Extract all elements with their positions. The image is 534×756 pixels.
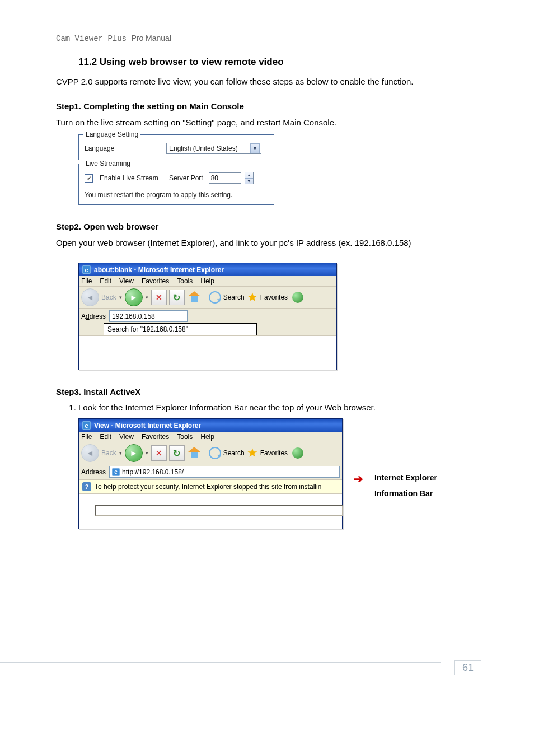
step3-list: Look for the Internet Explorer Informati… bbox=[56, 400, 478, 415]
ie-titlebar: e View - Microsoft Internet Explorer bbox=[79, 419, 342, 432]
refresh-button[interactable]: ↻ bbox=[169, 290, 185, 305]
ie-title: about:blank - Microsoft Internet Explore… bbox=[94, 266, 224, 274]
information-bar-callout: Internet Explorer Information Bar bbox=[374, 470, 478, 501]
ie-window-step2: e about:blank - Microsoft Internet Explo… bbox=[78, 263, 337, 370]
step2-body: Open your web browser (Internet Explorer… bbox=[56, 235, 478, 251]
step1-heading: Step1. Completing the setting on Main Co… bbox=[56, 101, 478, 111]
enable-live-stream-label: Enable Live Stream bbox=[100, 174, 166, 182]
header-suffix: Pro Manual bbox=[131, 34, 171, 43]
language-legend: Language Setting bbox=[83, 130, 140, 138]
menu-favorites[interactable]: Favorites bbox=[142, 433, 169, 441]
home-icon bbox=[188, 448, 200, 458]
live-stream-legend: Live Streaming bbox=[83, 160, 133, 167]
footer-rule bbox=[0, 662, 441, 663]
language-setting-group: Language Setting Language English (Unite… bbox=[78, 134, 274, 160]
back-button[interactable]: ◄ bbox=[81, 444, 99, 462]
server-port-input[interactable] bbox=[209, 172, 241, 184]
page-header: Cam Viewer Plus Pro Manual bbox=[56, 34, 478, 43]
header-prefix: Cam Viewer Plus bbox=[56, 34, 131, 43]
favorites-label[interactable]: Favorites bbox=[260, 449, 288, 457]
back-label: Back bbox=[101, 449, 116, 457]
home-icon bbox=[188, 292, 200, 302]
menu-file[interactable]: File bbox=[81, 433, 92, 441]
live-streaming-group: Live Streaming ✓ Enable Live Stream Serv… bbox=[78, 164, 274, 205]
refresh-icon: ↻ bbox=[173, 448, 180, 459]
menu-edit[interactable]: Edit bbox=[100, 433, 111, 441]
address-input[interactable]: e http://192.168.0.158/ bbox=[109, 466, 340, 478]
address-bar: Address e http://192.168.0.158/ bbox=[79, 464, 342, 480]
suggestion-text: Search for "192.168.0.158" bbox=[107, 325, 188, 333]
menu-view[interactable]: View bbox=[119, 277, 134, 285]
favorites-star-icon: ★ bbox=[247, 447, 258, 459]
search-icon bbox=[209, 447, 221, 459]
menu-edit[interactable]: Edit bbox=[100, 277, 111, 285]
address-suggestion[interactable]: Search for "192.168.0.158" bbox=[104, 323, 257, 335]
infobar-text: To help protect your security, Internet … bbox=[95, 483, 321, 491]
step3-heading: Step3. Install ActiveX bbox=[56, 387, 478, 396]
address-value: http://192.168.0.158/ bbox=[122, 468, 184, 476]
ie-titlebar: e about:blank - Microsoft Internet Explo… bbox=[79, 263, 336, 276]
ie-menubar: File Edit View Favorites Tools Help bbox=[79, 432, 342, 442]
address-label: Address bbox=[81, 312, 106, 320]
home-button[interactable] bbox=[187, 290, 202, 305]
search-label[interactable]: Search bbox=[223, 293, 245, 301]
forward-button[interactable]: ► bbox=[125, 288, 143, 306]
stop-button[interactable]: ✕ bbox=[151, 290, 167, 305]
back-button[interactable]: ◄ bbox=[81, 288, 99, 306]
restart-note: You must restart the program to apply th… bbox=[85, 191, 269, 199]
language-combo[interactable]: English (United States) ▼ bbox=[166, 143, 261, 154]
menu-view[interactable]: View bbox=[119, 433, 134, 441]
refresh-icon: ↻ bbox=[173, 292, 180, 303]
ie-toolbar: ◄ Back ▾ ► ▾ ✕ ↻ Search ★ Favorites bbox=[79, 287, 336, 309]
back-label: Back bbox=[101, 293, 116, 301]
ie-logo-icon: e bbox=[82, 265, 91, 274]
dropdown-arrow-icon: ▼ bbox=[250, 143, 260, 153]
toolbar-separator bbox=[205, 446, 205, 460]
refresh-button[interactable]: ↻ bbox=[169, 445, 185, 461]
callout-arrow-icon: ➔ bbox=[354, 472, 363, 486]
forward-dropdown-icon[interactable]: ▾ bbox=[145, 295, 149, 300]
ie-content-area bbox=[79, 335, 336, 370]
menu-file[interactable]: File bbox=[81, 277, 92, 285]
shield-icon: ? bbox=[82, 482, 91, 491]
section-title: 11.2 Using web browser to view remote vi… bbox=[78, 57, 478, 68]
back-dropdown-icon[interactable]: ▾ bbox=[119, 295, 123, 300]
enable-live-stream-checkbox[interactable]: ✓ bbox=[85, 174, 93, 183]
step3-list-item-1: Look for the Internet Explorer Informati… bbox=[78, 400, 478, 415]
menu-help[interactable]: Help bbox=[200, 277, 214, 285]
favorites-label[interactable]: Favorites bbox=[260, 293, 288, 301]
ie-information-bar[interactable]: ? To help protect your security, Interne… bbox=[79, 480, 342, 493]
server-port-spinner[interactable]: ▲▼ bbox=[245, 172, 254, 184]
address-value: 192.168.0.158 bbox=[112, 312, 155, 320]
search-label[interactable]: Search bbox=[223, 449, 245, 457]
server-port-label: Server Port bbox=[169, 174, 203, 182]
ie-logo-icon: e bbox=[82, 421, 91, 430]
menu-help[interactable]: Help bbox=[200, 433, 214, 441]
page-number: 61 bbox=[446, 658, 489, 678]
menu-tools[interactable]: Tools bbox=[177, 433, 193, 441]
inner-frame bbox=[95, 505, 343, 516]
stop-icon: ✕ bbox=[156, 293, 162, 302]
forward-button[interactable]: ► bbox=[125, 444, 143, 462]
toolbar-separator bbox=[205, 290, 205, 305]
page-number-value: 61 bbox=[454, 660, 481, 675]
globe-icon[interactable] bbox=[292, 447, 303, 459]
step1-body: Turn on the live stream setting on "Sett… bbox=[56, 114, 478, 131]
menu-favorites[interactable]: Favorites bbox=[142, 277, 169, 285]
globe-icon[interactable] bbox=[292, 292, 303, 303]
forward-dropdown-icon[interactable]: ▾ bbox=[145, 450, 149, 456]
page-icon: e bbox=[112, 468, 120, 476]
address-bar: Address 192.168.0.158 bbox=[79, 309, 336, 324]
ie-title: View - Microsoft Internet Explorer bbox=[94, 422, 201, 430]
menu-tools[interactable]: Tools bbox=[177, 277, 193, 285]
ie-menubar: File Edit View Favorites Tools Help bbox=[79, 276, 336, 287]
language-value: English (United States) bbox=[169, 144, 238, 152]
search-icon bbox=[209, 291, 221, 304]
settings-panel: Language Setting Language English (Unite… bbox=[78, 134, 274, 205]
home-button[interactable] bbox=[187, 446, 202, 460]
stop-button[interactable]: ✕ bbox=[151, 445, 167, 461]
favorites-star-icon: ★ bbox=[247, 291, 258, 304]
address-input[interactable]: 192.168.0.158 bbox=[109, 310, 188, 322]
back-dropdown-icon[interactable]: ▾ bbox=[119, 450, 123, 456]
ie-toolbar: ◄ Back ▾ ► ▾ ✕ ↻ Search ★ Favorites bbox=[79, 442, 342, 464]
